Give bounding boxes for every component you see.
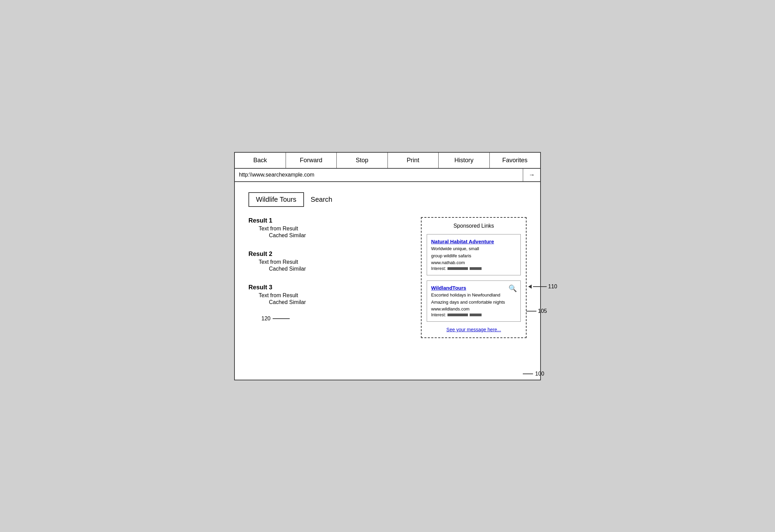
result-2-links[interactable]: Cached Similar — [269, 266, 411, 272]
result-2-text: Text from Result — [259, 259, 411, 265]
arrow-110: 110 — [528, 284, 557, 290]
print-button[interactable]: Print — [388, 153, 439, 168]
back-button[interactable]: Back — [235, 153, 286, 168]
interest-bar-1 — [447, 267, 468, 270]
ad-1-desc1: Worldwide unique, small — [431, 246, 516, 252]
label-105-area: 105 — [526, 308, 547, 314]
arrow-line-110 — [533, 286, 547, 287]
line-105 — [526, 311, 536, 311]
url-input[interactable] — [235, 169, 523, 181]
result-3-links[interactable]: Cached Similar — [269, 299, 411, 305]
ad-2-desc1: Escorted holidays in Newfoundland — [431, 292, 516, 298]
browser-content: Wildlife Tours Search Result 1 Text from… — [235, 182, 540, 380]
result-1-title: Result 1 — [248, 217, 411, 224]
history-button[interactable]: History — [439, 153, 490, 168]
forward-button[interactable]: Forward — [286, 153, 337, 168]
interest-bar-2 — [447, 314, 468, 316]
ad-1-interest: Interest: — [431, 266, 516, 271]
search-area: Wildlife Tours Search — [248, 192, 527, 207]
label-110: 110 — [548, 284, 557, 290]
result-3-text: Text from Result — [259, 292, 411, 299]
result-3-title: Result 3 — [248, 284, 411, 291]
search-input-box[interactable]: Wildlife Tours — [248, 192, 304, 207]
address-bar: → — [235, 169, 540, 182]
magnifier-icon[interactable]: 🔍 — [508, 284, 517, 292]
results-area: Result 1 Text from Result Cached Similar… — [248, 217, 527, 338]
browser-frame: Back Forward Stop Print History Favorite… — [234, 152, 541, 380]
interest-bar-2b — [470, 314, 482, 316]
see-message-link[interactable]: See your message here... — [427, 327, 521, 332]
arrowhead-110 — [528, 285, 532, 289]
sponsored-ad-1: Natural Habitat Adventure Worldwide uniq… — [427, 234, 521, 275]
interest-bar-1b — [470, 267, 482, 270]
ad-2-interest: Interest: — [431, 313, 516, 317]
ad-2-url: www.wildlands.com — [431, 306, 516, 311]
toolbar: Back Forward Stop Print History Favorite… — [235, 153, 540, 169]
sponsored-title: Sponsored Links — [427, 223, 521, 229]
ad-1-desc2: group wildlife safaris — [431, 253, 516, 259]
stop-button[interactable]: Stop — [337, 153, 388, 168]
result-2-title: Result 2 — [248, 250, 411, 258]
ad-1-url: www.nathab.com — [431, 260, 516, 265]
ad-1-link[interactable]: Natural Habitat Adventure — [431, 239, 516, 244]
result-1-links[interactable]: Cached Similar — [269, 232, 411, 239]
go-button[interactable]: → — [523, 169, 540, 181]
ad-2-desc2: Amazing days and comfortable nights — [431, 299, 516, 305]
result-item-3: Result 3 Text from Result Cached Similar — [248, 284, 411, 305]
favorites-button[interactable]: Favorites — [490, 153, 541, 168]
result-item-1: Result 1 Text from Result Cached Similar — [248, 217, 411, 239]
sponsored-ad-2: WildlandTours 🔍 Escorted holidays in New… — [427, 280, 521, 322]
result-item-2: Result 2 Text from Result Cached Similar — [248, 250, 411, 272]
sponsored-panel: Sponsored Links Natural Habitat Adventur… — [421, 217, 527, 338]
ad-2-link[interactable]: WildlandTours — [431, 285, 516, 291]
search-button[interactable]: Search — [311, 196, 332, 203]
label-105: 105 — [538, 308, 547, 314]
result-1-text: Text from Result — [259, 226, 411, 232]
organic-results: Result 1 Text from Result Cached Similar… — [248, 217, 411, 338]
